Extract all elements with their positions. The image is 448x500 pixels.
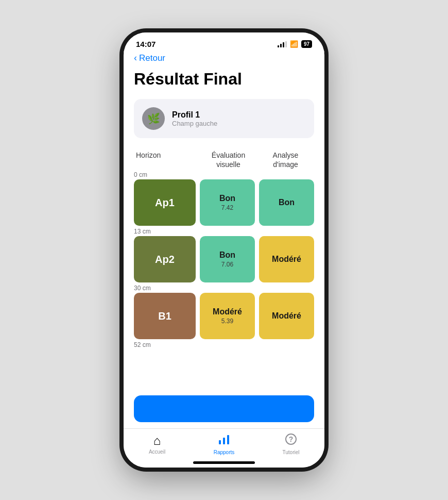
avatar-icon: 🌿 (147, 112, 160, 125)
analysis-b1: Modéré (259, 293, 314, 339)
rapports-icon (218, 433, 230, 448)
back-nav[interactable]: ‹ Retour (134, 53, 314, 63)
page-title: Résultat Final (134, 70, 314, 89)
eval-b1: Modéré 5.39 (200, 293, 255, 339)
profile-card: 🌿 Profil 1 Champ gauche (134, 99, 314, 138)
avatar: 🌿 (142, 107, 165, 130)
horizon-ap1-label: Ap1 (155, 197, 175, 209)
back-label: Retour (139, 53, 165, 63)
profile-name: Profil 1 (172, 110, 217, 120)
col-header-analysis: Analysed'image (259, 151, 312, 169)
tutoriel-icon: ? (285, 433, 297, 448)
depth-label-0: 0 cm (134, 171, 314, 178)
svg-rect-2 (227, 435, 229, 444)
eval-ap2-score: 7.06 (221, 261, 233, 268)
eval-b1-label: Modéré (213, 307, 242, 316)
profile-info: Profil 1 Champ gauche (172, 110, 217, 127)
depth-label-52: 52 cm (134, 341, 314, 348)
depth-label-13: 13 cm (134, 228, 314, 235)
home-icon: ⌂ (153, 434, 161, 448)
analysis-b1-label: Modéré (272, 311, 301, 321)
eval-b1-score: 5.39 (221, 318, 233, 325)
horizon-ap2: Ap2 (134, 236, 196, 282)
svg-text:?: ? (289, 435, 294, 443)
back-chevron-icon: ‹ (134, 53, 137, 63)
tab-bar: ⌂ Accueil Rapports ? Tutoriel (124, 428, 324, 457)
bottom-button-area (124, 395, 324, 428)
tab-rapports-label: Rapports (214, 449, 235, 455)
battery-badge: 97 (301, 40, 312, 48)
profile-sub: Champ gauche (172, 120, 217, 127)
wifi-icon: 📶 (290, 40, 298, 48)
table-header: Horizon Évaluationvisuelle Analysed'imag… (134, 151, 314, 169)
eval-ap1: Bon 7.42 (200, 179, 255, 226)
svg-rect-0 (219, 440, 221, 444)
tab-tutoriel[interactable]: ? Tutoriel (273, 433, 309, 455)
tab-tutoriel-label: Tutoriel (283, 449, 300, 455)
analysis-ap1-label: Bon (279, 198, 295, 207)
home-bar (193, 461, 255, 464)
eval-ap1-label: Bon (219, 194, 235, 203)
status-bar: 14:07 📶 97 (124, 32, 324, 53)
grid-row-ap2: Ap2 Bon 7.06 Modéré (134, 236, 314, 282)
eval-ap1-score: 7.42 (221, 204, 233, 211)
tab-accueil[interactable]: ⌂ Accueil (139, 434, 175, 455)
svg-rect-1 (223, 438, 225, 444)
action-button[interactable] (134, 395, 314, 422)
analysis-ap1: Bon (259, 179, 314, 226)
status-time: 14:07 (136, 40, 156, 48)
phone-frame: 14:07 📶 97 ‹ Retour Résultat Final 🌿 (124, 32, 324, 468)
col-header-eval: Évaluationvisuelle (202, 151, 255, 169)
main-content: ‹ Retour Résultat Final 🌿 Profil 1 Champ… (124, 53, 324, 395)
grid-row-ap1: Ap1 Bon 7.42 Bon (134, 179, 314, 226)
col-header-horizon: Horizon (136, 151, 198, 169)
grid-row-b1: B1 Modéré 5.39 Modéré (134, 293, 314, 339)
horizon-b1: B1 (134, 293, 196, 339)
tab-rapports[interactable]: Rapports (206, 433, 242, 455)
analysis-ap2: Modéré (259, 236, 314, 282)
horizon-b1-label: B1 (158, 310, 171, 322)
analysis-ap2-label: Modéré (272, 255, 301, 264)
depth-label-30: 30 cm (134, 285, 314, 292)
tab-accueil-label: Accueil (149, 449, 165, 455)
eval-ap2: Bon 7.06 (200, 236, 255, 282)
horizon-ap1: Ap1 (134, 179, 196, 226)
horizon-ap2-label: Ap2 (155, 254, 175, 265)
home-indicator (124, 457, 324, 468)
signal-icon (278, 41, 287, 47)
eval-ap2-label: Bon (219, 251, 235, 260)
status-icons: 📶 97 (278, 40, 312, 48)
